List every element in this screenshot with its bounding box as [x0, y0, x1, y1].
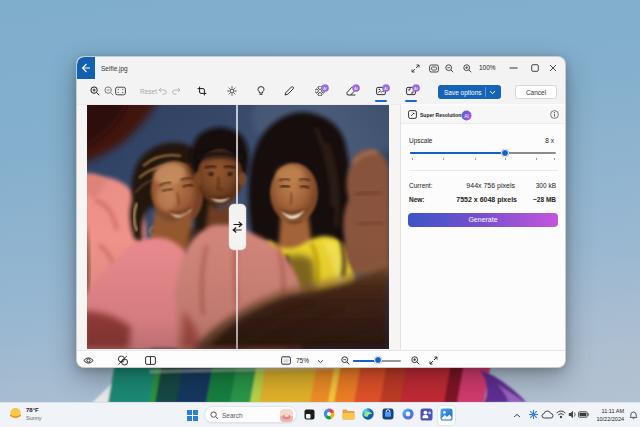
svg-text:AI: AI: [414, 86, 417, 90]
svg-text:AI: AI: [384, 86, 387, 90]
svg-text:AI: AI: [323, 86, 326, 90]
svg-text:AI: AI: [464, 112, 469, 118]
svg-text:AI: AI: [354, 86, 357, 90]
